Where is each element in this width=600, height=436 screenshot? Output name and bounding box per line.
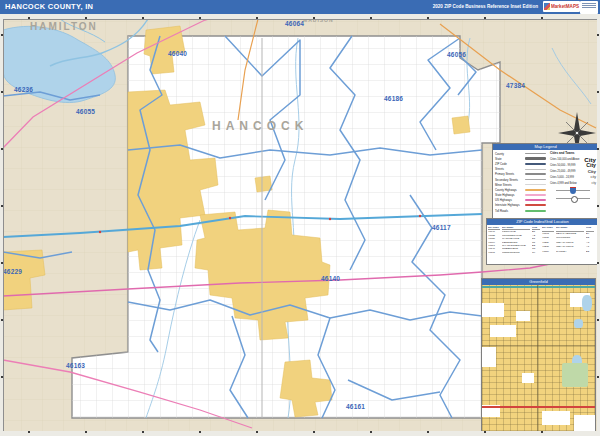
grid-ticks-left [1,34,3,424]
zip-label-47384: 47384 [506,82,525,89]
inset-park [562,363,588,387]
legend-label: US Highways [495,198,525,202]
zip-index-left: ZIP CodeZIP NameGrid 46040FORTVILLEB1 46… [488,226,540,254]
state-line-swatch [525,157,546,160]
title-bar: HANCOCK COUNTY, IN 2020 ZIP Code Busines… [0,0,600,14]
legend-label: Interstate Highways [495,203,525,207]
frame-top [0,14,600,19]
interstate-shield-sample [550,186,596,194]
map-poster: HAMILTON MADISON HANCOCK 46064 46056 460… [0,0,600,436]
legend-label: Toll Roads [495,209,525,213]
zip-label-46163: 46163 [66,362,85,369]
county-line-swatch [525,153,546,154]
zip-label-46236: 46236 [14,86,33,93]
us-route-shield-icon [571,196,578,203]
us-hwy-swatch [525,199,546,201]
zip-label-46161: 46161 [346,403,365,410]
frame-bottom [0,431,600,436]
logo-map-thumbnail-icon [544,3,550,10]
zip-index-right: ZIP CodeZIP NameGrid 46163NEW PALESTINEB… [542,226,594,254]
toll-road-swatch [525,210,546,212]
marketmaps-logo: MarketMAPS [543,1,580,12]
county-label-hancock: HANCOCK [212,119,308,133]
zip-label-46140: 46140 [321,275,340,282]
streets-swatch [525,169,546,170]
zip-label-46056: 46056 [447,51,466,58]
interstate-swatch [525,204,546,206]
zip-label-46040: 46040 [168,50,187,57]
logo-brand-text: MarketMAPS [551,4,579,9]
legend-label: County [495,152,525,156]
us-shield-sample [550,194,596,202]
city-size-label: Cities 100,000 and Above [550,158,580,161]
city-sample: City [586,162,596,168]
city-size-label: Cities 25,000 - 49,999 [550,170,575,173]
inset-street-map [482,285,595,431]
state-hwy-swatch [525,194,546,196]
legend-line-samples: County State ZIP Code Streets Primary St… [495,151,550,213]
interstate-shield-icon [570,187,576,194]
county-hwy-swatch [525,189,546,191]
city-size-label: Cities 5,000 - 24,999 [550,176,574,179]
zip-label-46117: 46117 [432,224,451,231]
secondary-streets-swatch [525,179,546,180]
city-sample: City [588,169,596,174]
legend-label: Secondary Streets [495,178,525,182]
edition-label: 2020 ZIP Code Business Reference Inset E… [433,4,538,9]
legend-label: State Highways [495,193,525,197]
legend-label: State [495,157,525,161]
frame-left [0,14,3,436]
grid-ticks-top [28,17,588,19]
zip-label-46064: 46064 [285,20,304,27]
legend-label: County Highways [495,188,525,192]
inset-pond [582,295,592,311]
legend-label: ZIP Code [495,162,525,166]
publisher-info-box [580,1,598,14]
inset-us40-line [482,406,595,408]
city-sample: city [592,181,597,185]
zip-line-swatch [525,163,546,165]
inset-interstate-line [482,286,595,288]
map-legend: Map Legend County State ZIP Code Streets… [492,143,599,220]
primary-streets-swatch [525,173,546,175]
legend-label: Minor Streets [495,183,525,187]
legend-label: Streets [495,167,525,171]
map-title: HANCOCK COUNTY, IN [5,2,93,11]
legend-label: Primary Streets [495,172,525,176]
zip-label-46186: 46186 [384,95,403,102]
legend-cities: Cities and Towns Cities 100,000 and Abov… [550,151,596,213]
zip-label-46055: 46055 [76,108,95,115]
grid-ticks-bottom [28,431,588,433]
zip-label-46229: 46229 [3,268,22,275]
inset-main-street-h [482,345,595,346]
minor-streets-swatch [525,184,546,185]
city-inset-map: Greenfield [481,278,596,432]
zip-index-table: ZIP Code Index/Grid Location ZIP CodeZIP… [486,218,599,265]
inset-main-street-v [537,285,538,431]
county-label-hamilton: HAMILTON [30,21,98,32]
city-size-label: Cities 4,999 and Below [550,182,577,185]
city-size-label: Cities 50,000 - 99,999 [550,164,575,167]
grid-ticks-right [597,34,599,424]
inset-pond [574,319,583,328]
city-sample: city [591,175,596,179]
